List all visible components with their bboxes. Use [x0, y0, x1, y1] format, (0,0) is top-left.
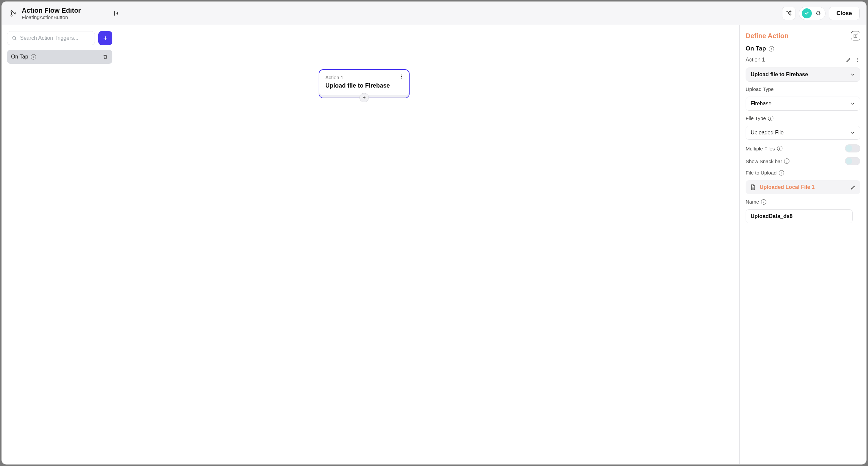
info-icon[interactable]: i	[769, 46, 774, 52]
multiple-files-label: Multiple Files i	[746, 146, 782, 151]
upload-type-value: Firebase	[751, 101, 771, 106]
add-trigger-button[interactable]	[98, 31, 112, 45]
info-icon[interactable]: i	[777, 146, 782, 151]
action-number-label: Action 1	[746, 57, 765, 63]
search-icon	[11, 35, 18, 41]
page-subtitle: FloatingActionButton	[22, 14, 81, 21]
trigger-item-on-tap[interactable]: On Tap i	[7, 50, 112, 64]
node-more-icon[interactable]	[399, 74, 404, 79]
search-box[interactable]	[7, 31, 95, 45]
name-input[interactable]	[746, 209, 852, 223]
svg-point-11	[857, 60, 858, 60]
branch-icon	[10, 10, 17, 17]
svg-point-1	[11, 15, 12, 16]
action-node[interactable]: Action 1 Upload file to Firebase	[319, 69, 410, 98]
trigger-label: On Tap	[11, 54, 28, 60]
file-to-upload-chip[interactable]: Uploaded Local File 1	[746, 180, 860, 194]
multiple-files-toggle[interactable]	[845, 145, 860, 152]
file-chip-value: Uploaded Local File 1	[760, 184, 847, 190]
multiple-files-row: Multiple Files i	[746, 145, 860, 152]
node-title: Upload file to Firebase	[326, 82, 403, 89]
chevron-down-icon	[850, 101, 855, 106]
file-to-upload-text: File to Upload	[746, 170, 777, 176]
show-snackbar-label: Show Snack bar i	[746, 158, 789, 164]
show-snackbar-toggle[interactable]	[845, 157, 860, 165]
action-type-value: Upload file to Firebase	[751, 71, 808, 77]
info-icon[interactable]: i	[784, 158, 789, 164]
svg-point-5	[13, 36, 16, 39]
search-input[interactable]	[20, 35, 91, 41]
add-action-button[interactable]	[851, 31, 860, 40]
upload-type-label: Upload Type	[746, 86, 860, 92]
right-trigger-name: On Tap i	[746, 45, 860, 52]
trash-icon[interactable]	[102, 54, 108, 60]
header-right: Close	[782, 7, 860, 20]
trigger-name-text: On Tap	[746, 45, 766, 52]
title-block: Action Flow Editor FloatingActionButton	[22, 6, 81, 21]
define-action-title: Define Action	[746, 32, 788, 40]
magic-button[interactable]	[782, 7, 796, 20]
chevron-down-icon	[850, 130, 855, 135]
svg-point-4	[816, 12, 819, 15]
right-panel-header: Define Action	[746, 31, 860, 40]
show-snackbar-text: Show Snack bar	[746, 158, 782, 164]
svg-point-12	[857, 61, 858, 62]
info-icon[interactable]: i	[761, 199, 766, 205]
edit-icon[interactable]	[850, 184, 856, 190]
header-bar: Action Flow Editor FloatingActionButton	[2, 2, 866, 25]
action-row-header: Action 1	[746, 57, 860, 63]
search-row	[7, 31, 112, 45]
info-icon[interactable]: i	[768, 116, 773, 121]
validate-pill	[799, 7, 826, 20]
name-label-text: Name	[746, 199, 759, 205]
edit-icon[interactable]	[846, 57, 851, 63]
file-type-label: File Type i	[746, 115, 860, 121]
bug-icon[interactable]	[814, 9, 823, 18]
svg-point-8	[401, 78, 402, 79]
svg-point-0	[11, 10, 12, 12]
check-icon[interactable]	[802, 8, 812, 19]
action-flow-editor-window: Action Flow Editor FloatingActionButton	[2, 2, 866, 464]
svg-rect-3	[114, 11, 115, 15]
collapse-sidebar-button[interactable]	[112, 9, 121, 18]
svg-point-7	[401, 76, 402, 77]
show-snackbar-row: Show Snack bar i	[746, 157, 860, 165]
svg-point-10	[857, 58, 858, 59]
body: On Tap i Action 1 Upload file to Firebas…	[2, 25, 866, 464]
file-to-upload-label: File to Upload i	[746, 170, 860, 176]
plus-icon	[362, 95, 367, 100]
svg-point-6	[401, 74, 402, 75]
page-title: Action Flow Editor	[22, 6, 81, 14]
file-type-value: Uploaded File	[751, 130, 784, 136]
file-type-label-text: File Type	[746, 115, 766, 121]
node-label: Action 1	[326, 74, 403, 80]
close-button[interactable]: Close	[829, 7, 860, 20]
more-icon[interactable]	[855, 57, 860, 63]
info-icon[interactable]: i	[779, 170, 784, 176]
node-add-button[interactable]	[360, 93, 369, 102]
flow-canvas[interactable]: Action 1 Upload file to Firebase	[118, 25, 739, 464]
file-type-select[interactable]: Uploaded File	[746, 126, 860, 140]
name-label: Name i	[746, 199, 860, 205]
header-left: Action Flow Editor FloatingActionButton	[10, 6, 121, 21]
action-type-select[interactable]: Upload file to Firebase	[746, 67, 860, 82]
plus-icon	[102, 35, 108, 41]
chevron-down-icon	[850, 72, 855, 77]
multiple-files-text: Multiple Files	[746, 146, 775, 151]
right-panel: Define Action On Tap i Action 1	[739, 25, 866, 464]
info-icon[interactable]: i	[31, 54, 36, 60]
upload-type-select[interactable]: Firebase	[746, 97, 860, 111]
left-panel: On Tap i	[2, 25, 118, 464]
file-icon	[750, 184, 756, 191]
